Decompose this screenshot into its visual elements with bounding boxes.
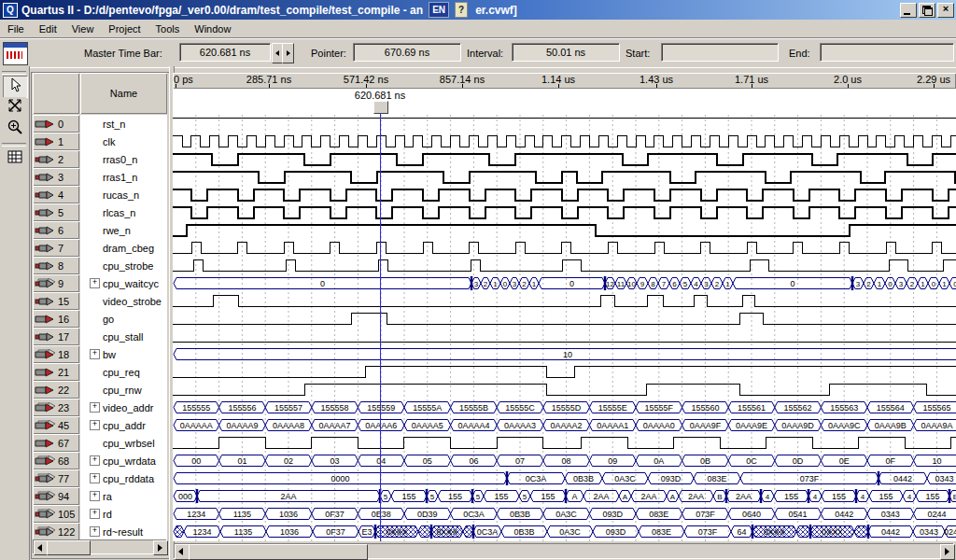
minimize-button[interactable] xyxy=(900,3,917,18)
scrollbar-thumb[interactable] xyxy=(189,544,368,560)
signal-name-cpu_wrdata[interactable]: +cpu_wrdata xyxy=(80,452,167,469)
waveform-rras0_n[interactable] xyxy=(173,150,956,168)
signal-name-rlcas_n[interactable]: rlcas_n xyxy=(80,203,167,221)
waveform-rwe_n[interactable] xyxy=(173,221,956,239)
signal-name-rwe_n[interactable]: rwe_n xyxy=(80,221,167,239)
signal-name-dram_cbeg[interactable]: dram_cbeg xyxy=(80,239,167,257)
signal-handle-cpu_stall[interactable]: 17 xyxy=(33,328,79,345)
signal-handle-cpu_wrbsel[interactable]: 67 xyxy=(33,434,79,452)
expand-icon[interactable]: + xyxy=(90,455,100,466)
signal-name-cpu_addr[interactable]: +cpu_addr xyxy=(80,416,167,434)
signal-handle-cpu_waitcyc[interactable]: 9 xyxy=(33,274,79,292)
expand-icon[interactable]: + xyxy=(90,491,100,501)
signal-name-rd[interactable]: +rd xyxy=(80,505,167,523)
signal-handle-rucas_n[interactable]: 4 xyxy=(33,186,79,203)
waveform-cpu_stall[interactable] xyxy=(173,328,956,345)
signal-name-go[interactable]: go xyxy=(80,310,167,328)
signal-handle-cpu_rddata[interactable]: 77 xyxy=(33,469,79,487)
signal-name-cpu_wrbsel[interactable]: cpu_wrbsel xyxy=(80,434,167,452)
master-time-bar-value[interactable]: 620.681 ns xyxy=(179,43,271,62)
signal-handle-rd~result[interactable]: 122 xyxy=(33,523,79,540)
signal-handle-rwe_n[interactable]: 6 xyxy=(33,221,79,239)
signal-handle-bw[interactable]: 18 xyxy=(33,345,79,363)
signal-name-cpu_rddata[interactable]: +cpu_rddata xyxy=(80,469,167,487)
language-help-icon[interactable]: ? xyxy=(455,2,468,18)
waveform-rd~result[interactable]: 1234113510360F37E30XXX0XXX0C3A0B3B0A3C09… xyxy=(173,523,956,540)
waveform-rlcas_n[interactable] xyxy=(173,203,956,221)
signal-handle-go[interactable]: 16 xyxy=(33,310,79,328)
signal-name-video_strobe[interactable]: video_strobe xyxy=(80,292,167,310)
signal-handle-dram_cbeg[interactable]: 7 xyxy=(33,239,79,257)
waveform-cpu_waitcyc[interactable]: 03210321012111098765432103210321010 xyxy=(173,274,956,292)
menu-edit[interactable]: Edit xyxy=(32,21,64,36)
signal-handle-cpu_addr[interactable]: 45 xyxy=(33,416,79,434)
signal-handle-cpu_rnw[interactable]: 22 xyxy=(33,381,79,399)
expand-icon[interactable]: + xyxy=(90,278,100,288)
signal-name-rucas_n[interactable]: rucas_n xyxy=(80,186,167,203)
menu-file[interactable]: File xyxy=(0,21,32,36)
waveform-rd[interactable]: 1234113510360F370E380D390C3A0B3B0A3C093D… xyxy=(173,505,956,523)
waveform-hscrollbar[interactable] xyxy=(174,543,954,559)
signal-panel-hscrollbar[interactable] xyxy=(33,539,167,554)
scroll-left-button[interactable] xyxy=(175,544,190,560)
waveform-clk[interactable] xyxy=(173,133,956,150)
waveform-rras1_n[interactable] xyxy=(173,168,956,186)
waveform-document-icon[interactable] xyxy=(3,42,28,65)
zoom-tool-button[interactable] xyxy=(3,119,26,139)
time-bar-tool-button[interactable] xyxy=(3,97,26,118)
waveform-cpu_addr[interactable]: 0AAAAA0AAAA90AAAA80AAAA70AAAA60AAAA50AAA… xyxy=(173,416,956,434)
waveform-rucas_n[interactable] xyxy=(173,186,956,203)
signal-handle-rlcas_n[interactable]: 5 xyxy=(33,203,79,221)
signal-handle-video_strobe[interactable]: 15 xyxy=(33,292,79,310)
waveform-video_addr[interactable]: 15555515555615555715555815555915555A1555… xyxy=(173,399,956,416)
scroll-right-button[interactable] xyxy=(153,540,168,555)
signal-name-video_addr[interactable]: +video_addr xyxy=(80,399,167,416)
signal-handle-ra[interactable]: 94 xyxy=(33,487,79,505)
signal-handle-rras1_n[interactable]: 3 xyxy=(33,168,79,186)
signal-handle-rras0_n[interactable]: 2 xyxy=(33,150,79,168)
menu-window[interactable]: Window xyxy=(187,21,238,36)
signal-handle-rst_n[interactable]: 0 xyxy=(33,115,79,133)
waveform-cpu_rnw[interactable] xyxy=(173,381,956,399)
signal-handle-cpu_wrdata[interactable]: 68 xyxy=(33,452,79,469)
signal-name-bw[interactable]: +bw xyxy=(80,345,167,363)
waveform-bw[interactable]: 10 xyxy=(173,345,956,363)
master-time-bar-band[interactable]: 620.681 ns xyxy=(173,89,956,111)
signal-handle-cpu_req[interactable]: 21 xyxy=(33,363,79,381)
waveform-cpu_req[interactable] xyxy=(173,363,956,381)
waveform-cpu_strobe[interactable] xyxy=(173,257,956,274)
waveform-cpu_wrbsel[interactable] xyxy=(173,434,956,452)
signal-handle-video_addr[interactable]: 23 xyxy=(33,399,79,416)
waveform-go[interactable] xyxy=(173,310,956,328)
expand-icon[interactable]: + xyxy=(90,402,100,413)
expand-icon[interactable]: + xyxy=(90,420,100,430)
signal-name-rras0_n[interactable]: rras0_n xyxy=(80,150,167,168)
grid-view-button[interactable] xyxy=(3,148,26,169)
language-badge[interactable]: EN xyxy=(429,2,449,18)
close-button[interactable]: × xyxy=(937,3,954,18)
expand-icon[interactable]: + xyxy=(90,349,100,359)
signal-name-rd~result[interactable]: +rd~result xyxy=(80,523,167,540)
waveform-video_strobe[interactable] xyxy=(173,292,956,310)
signal-name-ra[interactable]: +ra xyxy=(80,487,167,505)
scrollbar-thumb[interactable] xyxy=(47,540,91,555)
signal-name-rst_n[interactable]: rst_n xyxy=(80,115,167,133)
restore-button[interactable] xyxy=(919,3,935,18)
menu-tools[interactable]: Tools xyxy=(148,21,188,36)
expand-icon[interactable]: + xyxy=(90,526,100,537)
menu-project[interactable]: Project xyxy=(101,21,148,36)
waveform-dram_cbeg[interactable] xyxy=(173,239,956,257)
waveform-rst_n[interactable] xyxy=(173,115,956,133)
signal-handle-rd[interactable]: 105 xyxy=(33,505,79,523)
waveform-cpu_rddata[interactable]: 00000C3A0B3B0A3C093D083E073F04420343 xyxy=(173,469,956,487)
waveform-pane[interactable]: 0321032101211109876543210321032101010155… xyxy=(173,115,956,541)
scroll-right-button[interactable] xyxy=(940,544,955,560)
master-time-cursor-handle[interactable] xyxy=(373,101,388,114)
signal-name-clk[interactable]: clk xyxy=(80,133,167,150)
signal-handle-clk[interactable]: 1 xyxy=(33,133,79,150)
name-column-header[interactable]: Name xyxy=(80,73,167,114)
menu-view[interactable]: View xyxy=(64,21,102,36)
waveform-ra[interactable]: 0002AA5155515551555155A2AAA2AAA2AAB2AA41… xyxy=(173,487,956,505)
master-time-right-arrow[interactable] xyxy=(282,43,294,63)
signal-name-cpu_stall[interactable]: cpu_stall xyxy=(80,328,167,345)
